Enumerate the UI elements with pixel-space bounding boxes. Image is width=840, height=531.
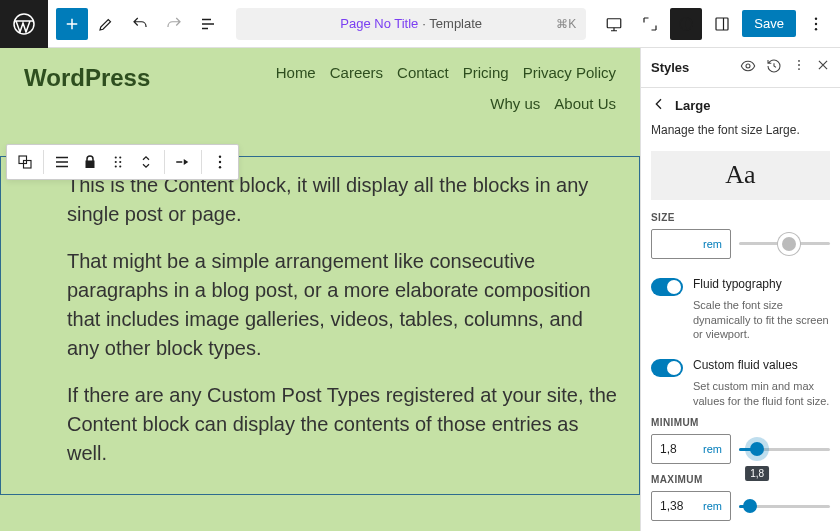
content-block[interactable]: This is the Content block, it will displ…	[0, 156, 640, 495]
document-mode: · Template	[422, 16, 482, 31]
svg-point-15	[219, 156, 221, 158]
minimum-value: 1,8	[660, 442, 677, 456]
nav-item[interactable]: Pricing	[463, 64, 509, 81]
site-nav: Home Careers Contact Pricing Privacy Pol…	[236, 64, 616, 112]
topbar: Page No Title · Template ⌘K Save	[0, 0, 840, 48]
maximum-unit[interactable]: rem	[703, 500, 722, 512]
minimum-tooltip: 1,8	[745, 466, 769, 481]
svg-point-20	[798, 64, 800, 66]
nav-item[interactable]: Contact	[397, 64, 449, 81]
more-options-button[interactable]	[800, 8, 832, 40]
toolbar-right: Save	[598, 8, 840, 40]
document-title: Page No Title	[340, 16, 418, 31]
view-desktop-button[interactable]	[598, 8, 630, 40]
content-paragraph[interactable]: That might be a simple arrangement like …	[67, 247, 619, 363]
block-more-options[interactable]	[206, 148, 234, 176]
block-type-button[interactable]	[48, 148, 76, 176]
move-up-down-button[interactable]	[132, 148, 160, 176]
svg-point-14	[119, 165, 121, 167]
panel-more-icon[interactable]	[792, 58, 806, 77]
panel-title: Styles	[651, 60, 689, 75]
site-title[interactable]: WordPress	[24, 64, 150, 92]
svg-point-4	[815, 17, 817, 19]
add-block-button[interactable]	[56, 8, 88, 40]
nav-item[interactable]: Careers	[330, 64, 383, 81]
svg-point-10	[119, 156, 121, 158]
command-shortcut: ⌘K	[556, 17, 576, 31]
save-button[interactable]: Save	[742, 10, 796, 37]
redo-button[interactable]	[158, 8, 190, 40]
minimum-unit[interactable]: rem	[703, 443, 722, 455]
back-button[interactable]	[651, 96, 667, 115]
settings-panel-toggle[interactable]	[706, 8, 738, 40]
svg-rect-7	[19, 156, 27, 164]
nav-item[interactable]: Why us	[490, 95, 540, 112]
lock-button[interactable]	[76, 148, 104, 176]
site-header: WordPress Home Careers Contact Pricing P…	[0, 48, 640, 120]
zoom-button[interactable]	[634, 8, 666, 40]
size-input[interactable]: rem	[651, 229, 731, 259]
minimum-slider[interactable]: 1,8	[739, 448, 830, 451]
panel-breadcrumb: Large	[675, 98, 710, 113]
svg-point-17	[219, 166, 221, 168]
svg-point-18	[746, 64, 750, 68]
svg-point-12	[119, 161, 121, 163]
align-button[interactable]	[169, 148, 197, 176]
custom-fluid-help: Set custom min and max values for the fl…	[641, 379, 840, 417]
font-preview: Aa	[651, 151, 830, 200]
maximum-slider[interactable]	[739, 505, 830, 508]
select-parent-button[interactable]	[11, 148, 39, 176]
maximum-input[interactable]: 1,38 rem	[651, 491, 731, 521]
nav-item[interactable]: Privacy Policy	[523, 64, 616, 81]
svg-point-11	[115, 161, 117, 163]
size-unit[interactable]: rem	[703, 238, 722, 250]
block-toolbar	[6, 144, 239, 180]
size-slider[interactable]	[739, 242, 830, 245]
stylebook-icon[interactable]	[740, 58, 756, 77]
nav-item[interactable]: Home	[276, 64, 316, 81]
svg-point-16	[219, 161, 221, 163]
svg-rect-1	[608, 18, 622, 27]
content-paragraph[interactable]: If there are any Custom Post Types regis…	[67, 381, 619, 468]
svg-point-5	[815, 22, 817, 24]
maximum-label: MAXIMUM	[641, 474, 840, 485]
fluid-typography-help: Scale the font size dynamically to fit t…	[641, 298, 840, 351]
toolbar-left	[48, 8, 224, 40]
nav-item[interactable]: About Us	[554, 95, 616, 112]
minimum-input[interactable]: 1,8 rem	[651, 434, 731, 464]
minimum-label: MINIMUM	[641, 417, 840, 428]
svg-rect-3	[716, 18, 728, 30]
drag-handle[interactable]	[104, 148, 132, 176]
fluid-typography-label: Fluid typography	[693, 277, 782, 296]
document-title-bar[interactable]: Page No Title · Template ⌘K	[236, 8, 586, 40]
revisions-icon[interactable]	[766, 58, 782, 77]
svg-point-6	[815, 28, 817, 30]
size-label: SIZE	[641, 212, 840, 223]
svg-point-21	[798, 68, 800, 70]
fluid-typography-toggle[interactable]	[651, 278, 683, 296]
svg-point-13	[115, 165, 117, 167]
custom-fluid-label: Custom fluid values	[693, 358, 798, 377]
undo-button[interactable]	[124, 8, 156, 40]
edit-mode-button[interactable]	[90, 8, 122, 40]
document-overview-button[interactable]	[192, 8, 224, 40]
wp-logo[interactable]	[0, 0, 48, 48]
panel-description: Manage the font size Large.	[641, 123, 840, 147]
svg-rect-8	[24, 161, 32, 169]
settings-panel: Styles Large Manage the font size Large.…	[640, 48, 840, 531]
editor-canvas[interactable]: WordPress Home Careers Contact Pricing P…	[0, 48, 640, 531]
svg-point-19	[798, 60, 800, 62]
custom-fluid-toggle[interactable]	[651, 359, 683, 377]
svg-point-9	[115, 156, 117, 158]
panel-close-icon[interactable]	[816, 58, 830, 77]
maximum-value: 1,38	[660, 499, 683, 513]
style-contrast-button[interactable]	[670, 8, 702, 40]
